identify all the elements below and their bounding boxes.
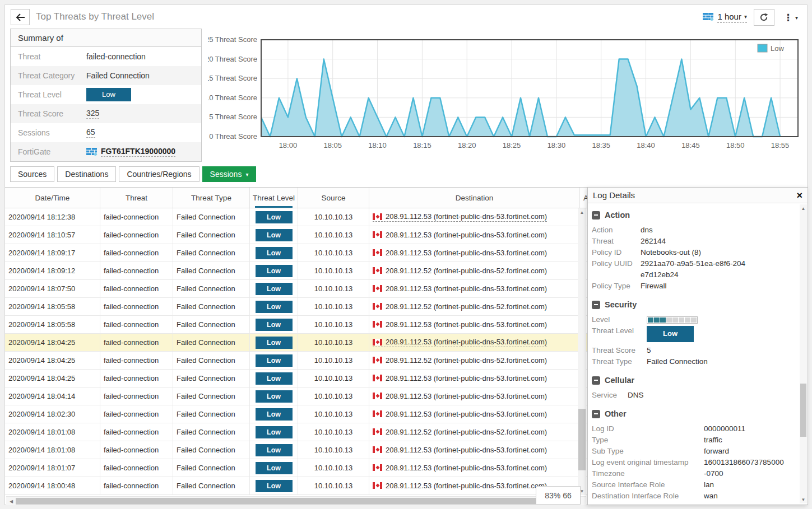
collapse-icon[interactable] [592,410,600,418]
column-header-threat-level[interactable]: Threat Level [250,188,298,208]
cell-threat-type: Failed Connection [173,262,250,279]
cell-datetime: 2020/09/14 18:00:48 [5,477,100,494]
horizontal-scroll-thumb[interactable] [16,498,574,505]
destination-link[interactable]: 208.91.112.53 (fortinet-public-dns-53.fo… [373,464,547,473]
refresh-icon [759,13,768,22]
column-header-source[interactable]: Source [298,188,369,208]
vertical-scroll-thumb[interactable] [578,409,586,470]
log-label: Threat Level [592,325,647,337]
cell-threat-level: Low [250,441,298,459]
log-sections: ActionActiondnsThreat262144Policy IDNote… [588,204,799,505]
table-row[interactable]: 2020/09/14 18:00:48failed-connectionFail… [5,477,588,495]
destination-link[interactable]: 208.91.112.53 (fortinet-public-dns-53.fo… [373,212,547,222]
table-row[interactable]: 2020/09/14 18:10:57failed-connectionFail… [5,226,588,244]
column-header-action[interactable]: Action [580,188,588,208]
scroll-left-icon[interactable]: ◀ [7,497,15,505]
summary-row-threat-category: Threat CategoryFailed Connection [11,66,201,85]
canada-flag-icon [373,213,382,220]
summary-value-link[interactable]: 325 [86,109,99,119]
table-row[interactable]: 2020/09/14 18:05:58failed-connectionFail… [5,298,588,316]
cell-threat: failed-connection [100,334,173,351]
tab-destinations[interactable]: Destinations [57,166,116,182]
destination-link[interactable]: 208.91.112.53 (fortinet-public-dns-53.fo… [373,249,547,258]
svg-text:15 Threat Score: 15 Threat Score [208,74,257,82]
summary-value: Failed Connection [86,71,150,80]
tab-sessions[interactable]: Sessions▾ [202,166,257,182]
scroll-down-icon[interactable]: ▼ [800,496,807,503]
close-icon[interactable]: × [796,190,802,200]
topbar-controls: 1 hour▾ ⋮ ▾ [703,8,800,26]
back-button[interactable] [11,9,30,25]
page-title: Top Threats by Threat Level [36,11,154,22]
collapse-icon[interactable] [592,301,600,309]
scroll-up-icon[interactable]: ▲ [800,204,807,212]
refresh-button[interactable] [754,9,774,26]
destination-link[interactable]: 208.91.112.53 (fortinet-public-dns-53.fo… [373,320,547,329]
threat-level-badge: Low [256,247,293,259]
log-label: Action [592,225,641,236]
table-row[interactable]: 2020/09/14 18:01:08failed-connectionFail… [5,423,588,441]
column-header-threat[interactable]: Threat [100,188,173,208]
destination-link[interactable]: 208.91.112.53 (fortinet-public-dns-53.fo… [373,482,547,491]
threat-level-badge: Low [256,480,293,492]
cell-threat-type: Failed Connection [173,441,250,459]
log-label: Destination Interface Role [592,491,704,502]
cell-source: 10.10.10.13 [298,262,369,279]
destination-link[interactable]: 208.91.112.52 (fortinet-public-dns-52.fo… [373,302,547,311]
table-row[interactable]: 2020/09/14 18:05:58failed-connectionFail… [5,316,588,334]
column-header-threat-type[interactable]: Threat Type [173,188,250,208]
table-row[interactable]: 2020/09/14 18:07:50failed-connectionFail… [5,280,588,298]
table-row[interactable]: 2020/09/14 18:04:14failed-connectionFail… [5,387,588,405]
summary-row-threat-score: Threat Score325 [11,104,201,123]
table-row[interactable]: 2020/09/14 18:04:25failed-connectionFail… [5,334,588,352]
more-menu-button[interactable]: ⋮ ▾ [781,11,800,25]
canada-flag-icon [373,303,382,310]
svg-text:18:10: 18:10 [368,141,387,150]
time-range-dropdown[interactable]: 1 hour▾ [703,12,747,23]
column-header-destination[interactable]: Destination [369,188,580,208]
cell-threat-level: Low [250,423,298,441]
summary-row-threat-level: Threat LevelLow [11,85,201,104]
table-horizontal-scrollbar[interactable]: ◀ [6,496,586,505]
cell-threat-type: Failed Connection [173,280,250,297]
destination-link[interactable]: 208.91.112.53 (fortinet-public-dns-53.fo… [373,338,547,347]
destination-link[interactable]: 208.91.112.53 (fortinet-public-dns-53.fo… [373,231,547,240]
collapse-icon[interactable] [592,211,600,220]
collapse-icon[interactable] [592,376,600,385]
destination-link[interactable]: 208.91.112.53 (fortinet-public-dns-53.fo… [373,284,547,293]
scroll-up-icon[interactable]: ▲ [578,208,586,216]
chevron-down-icon: ▾ [795,15,798,21]
panel-scrollbar[interactable]: ▲ ▼ [800,204,807,503]
table-row[interactable]: 2020/09/14 18:09:12failed-connectionFail… [5,262,588,280]
log-section-name: Other [605,409,627,418]
summary-label: FortiGate [18,147,86,156]
cell-threat-level: Low [250,244,298,261]
tab-sources[interactable]: Sources [10,166,54,182]
log-row-threat: Threat262144 [592,236,799,247]
destination-link[interactable]: 208.91.112.53 (fortinet-public-dns-53.fo… [373,446,547,455]
destination-link[interactable]: 208.91.112.53 (fortinet-public-dns-53.fo… [373,410,547,419]
log-label: Service [592,390,628,401]
log-label: Policy Type [592,281,641,292]
table-vertical-scrollbar[interactable]: ▲ ▼ [578,208,586,495]
destination-link[interactable]: 208.91.112.53 (fortinet-public-dns-53.fo… [373,392,547,401]
cell-threat-level: Low [250,405,298,423]
table-row[interactable]: 2020/09/14 18:02:30failed-connectionFail… [5,405,588,423]
summary-value-link[interactable]: 65 [86,128,95,138]
table-row[interactable]: 2020/09/14 18:04:25failed-connectionFail… [5,352,588,370]
tab-countries-regions[interactable]: Countries/Regions [119,166,199,182]
destination-link[interactable]: 208.91.112.52 (fortinet-public-dns-52.fo… [373,428,547,437]
table-row[interactable]: 2020/09/14 18:04:25failed-connectionFail… [5,370,588,387]
table-row[interactable]: 2020/09/14 18:01:07failed-connectionFail… [5,459,588,477]
column-header-date-time[interactable]: Date/Time [5,188,100,208]
destination-link[interactable]: 208.91.112.53 (fortinet-public-dns-53.fo… [373,374,547,383]
panel-scroll-thumb[interactable] [800,384,806,437]
table-row[interactable]: 2020/09/14 18:09:17failed-connectionFail… [5,244,588,262]
level-segment [691,317,697,323]
destination-link[interactable]: 208.91.112.52 (fortinet-public-dns-52.fo… [373,267,547,275]
destination-link[interactable]: 208.91.112.52 (fortinet-public-dns-52.fo… [373,356,547,365]
cell-destination: 208.91.112.53 (fortinet-public-dns-53.fo… [369,226,580,244]
table-row[interactable]: 2020/09/14 18:01:08failed-connectionFail… [5,441,588,459]
fortigate-device-link[interactable]: FGT61FTK19000000 [86,147,175,157]
table-row[interactable]: 2020/09/14 18:12:38failed-connectionFail… [5,208,588,226]
